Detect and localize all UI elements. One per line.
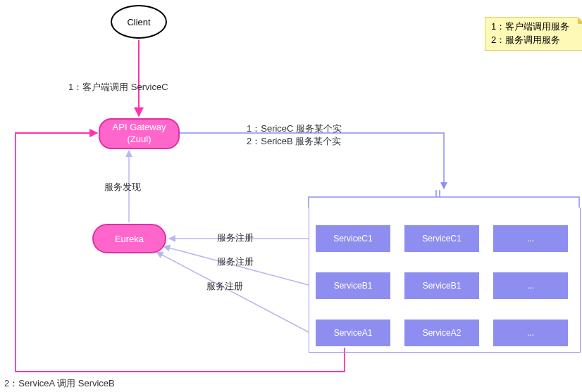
label-client-call: 1：客户端调用 ServiceC xyxy=(68,81,168,94)
api-gateway-node: API Gateway (Zuul) xyxy=(99,118,180,149)
label-to-services-1: 1：SericeC 服务某个实 xyxy=(247,122,342,135)
legend-fold-icon xyxy=(578,17,582,24)
label-reg3: 服务注册 xyxy=(206,280,243,293)
label-discovery: 服务发现 xyxy=(104,181,141,194)
eureka-label: Eureka xyxy=(115,234,144,244)
service-b1-b: ServiceB1 xyxy=(404,272,479,299)
service-b-more: ... xyxy=(493,272,568,299)
label-reg2: 服务注册 xyxy=(217,255,254,268)
legend-note: 1：客户端调用服务 2：服务调用服务 xyxy=(485,17,582,51)
eureka-node: Eureka xyxy=(92,224,166,253)
service-b1-a: ServiceB1 xyxy=(316,272,390,299)
client-label: Client xyxy=(127,17,150,27)
service-c-more: ... xyxy=(493,225,568,252)
client-node: Client xyxy=(111,5,167,39)
service-a2: ServiceA2 xyxy=(404,320,479,346)
label-a-call-b: 2：ServiceA 调用 ServiceB xyxy=(4,377,115,390)
legend-line-2: 2：服务调用服务 xyxy=(491,34,578,47)
gateway-label-2: (Zuul) xyxy=(113,134,166,146)
service-a-more: ... xyxy=(493,320,568,346)
label-reg1: 服务注册 xyxy=(217,232,254,244)
service-c1-b: ServiceC1 xyxy=(404,225,479,252)
legend-line-1: 1：客户端调用服务 xyxy=(491,20,578,34)
label-to-services-2: 2：SericeB 服务某个实 xyxy=(247,135,341,148)
service-a1: ServiceA1 xyxy=(316,320,390,346)
service-c1-a: ServiceC1 xyxy=(316,225,390,252)
gateway-label-1: API Gateway xyxy=(113,122,166,134)
